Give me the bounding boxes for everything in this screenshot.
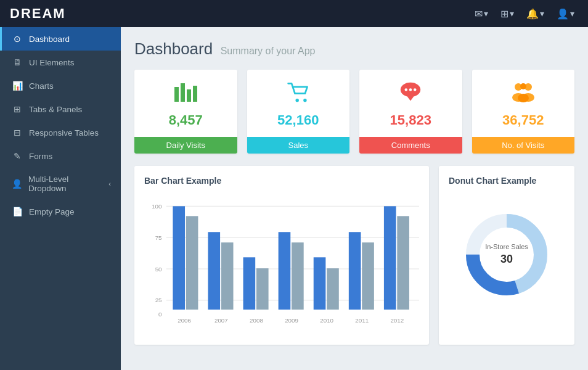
stat-card-sales: 52,160 Sales	[247, 70, 350, 154]
navbar: DREAM ✉▾ ⊞▾ 🔔▾ 👤▾	[0, 0, 588, 27]
comments-value: 15,823	[390, 112, 431, 128]
brand-logo: DREAM	[10, 6, 66, 22]
people-icon	[510, 81, 537, 109]
sidebar-item-tabs-panels[interactable]: ⊞ Tabs & Panels	[0, 97, 121, 121]
svg-point-5	[303, 99, 306, 102]
svg-point-4	[295, 99, 298, 102]
charts-row: Bar Chart Example 100 75 50 25 0	[134, 166, 574, 345]
svg-text:2006: 2006	[178, 317, 191, 324]
messages-btn[interactable]: ✉▾	[471, 6, 492, 22]
svg-rect-35	[349, 232, 361, 310]
bell-btn[interactable]: 🔔▾	[523, 6, 548, 22]
dashboard-icon: ⊙	[12, 34, 23, 44]
svg-rect-34	[327, 268, 339, 310]
stat-cards: 8,457 Daily Visits 52,160 Sales	[134, 70, 574, 154]
svg-text:2011: 2011	[355, 317, 369, 324]
svg-text:0: 0	[158, 311, 162, 318]
sidebar-item-ui-elements[interactable]: 🖥 UI Elements	[0, 51, 121, 74]
svg-text:25: 25	[155, 297, 162, 303]
donut-area: In-Store Sales 30	[449, 193, 565, 316]
svg-rect-33	[314, 257, 326, 310]
donut-label-value: 30	[485, 252, 528, 267]
collapse-arrow-icon: ‹	[108, 180, 111, 187]
grid-icon: ⊞	[500, 8, 508, 20]
svg-text:100: 100	[152, 203, 162, 210]
svg-point-14	[520, 83, 526, 89]
svg-rect-37	[384, 206, 396, 310]
svg-rect-3	[193, 86, 197, 102]
bar-chart-svg: 100 75 50 25 0	[144, 193, 419, 335]
bar-chart-area: 100 75 50 25 0	[144, 193, 419, 335]
stat-card-no-of-visits: 36,752 No. of Visits	[472, 70, 575, 154]
daily-visits-label: Daily Visits	[134, 137, 237, 154]
sidebar-item-forms[interactable]: ✎ Forms	[0, 144, 121, 168]
svg-rect-36	[362, 242, 374, 310]
user-icon: 👤	[557, 8, 569, 20]
tabs-icon: ⊞	[12, 104, 23, 114]
navbar-icons: ✉▾ ⊞▾ 🔔▾ 👤▾	[471, 6, 578, 22]
svg-text:50: 50	[155, 266, 162, 273]
svg-point-15	[518, 94, 529, 102]
bar-chart-card: Bar Chart Example 100 75 50 25 0	[134, 166, 429, 345]
donut-chart-title: Donut Chart Example	[449, 176, 565, 186]
page-title: Dashboard	[134, 39, 213, 58]
daily-visits-value: 8,457	[169, 112, 203, 128]
svg-text:2007: 2007	[214, 317, 228, 324]
svg-text:2009: 2009	[285, 317, 298, 324]
donut-label-text: In-Store Sales	[485, 242, 528, 252]
user-btn[interactable]: 👤▾	[553, 6, 578, 22]
bell-icon: 🔔	[526, 8, 539, 20]
no-of-visits-label: No. of Visits	[472, 137, 575, 154]
donut-label: In-Store Sales 30	[485, 242, 528, 268]
svg-point-9	[414, 88, 417, 91]
svg-rect-0	[174, 87, 179, 102]
grid-btn[interactable]: ⊞▾	[497, 6, 518, 22]
bar-chart-title: Bar Chart Example	[144, 176, 419, 186]
svg-point-7	[405, 88, 408, 91]
comment-icon	[398, 81, 423, 109]
svg-rect-31	[279, 232, 291, 310]
monitor-icon: 🖥	[12, 57, 23, 67]
svg-rect-25	[173, 206, 185, 310]
page-subtitle: Summary of your App	[221, 46, 316, 56]
stat-card-comments: 15,823 Comments	[359, 70, 462, 154]
sidebar: ⊙ Dashboard 🖥 UI Elements 📊 Charts ⊞ Tab…	[0, 27, 121, 370]
multilevel-icon: 👤	[12, 179, 22, 189]
forms-icon: ✎	[12, 151, 23, 161]
stat-card-daily-visits: 8,457 Daily Visits	[134, 70, 237, 154]
page-header: Dashboard Summary of your App	[134, 39, 574, 59]
svg-text:2012: 2012	[390, 317, 404, 324]
svg-text:2010: 2010	[320, 317, 333, 324]
bar-chart-icon	[173, 81, 198, 109]
main-layout: ⊙ Dashboard 🖥 UI Elements 📊 Charts ⊞ Tab…	[0, 27, 588, 370]
svg-rect-38	[397, 216, 409, 310]
table-icon: ⊟	[12, 128, 23, 138]
svg-rect-26	[186, 216, 198, 310]
page-icon: 📄	[12, 207, 23, 216]
main-content: Dashboard Summary of your App 8,457	[121, 27, 588, 370]
no-of-visits-value: 36,752	[502, 112, 544, 128]
donut-container: In-Store Sales 30	[457, 205, 556, 304]
chart-icon: 📊	[12, 81, 23, 91]
stat-card-body: 36,752	[472, 70, 575, 137]
svg-rect-28	[221, 242, 234, 310]
donut-chart-card: Donut Chart Example In	[439, 166, 574, 345]
svg-point-8	[409, 88, 412, 91]
svg-text:75: 75	[155, 234, 162, 241]
sidebar-item-dashboard[interactable]: ⊙ Dashboard	[0, 27, 121, 51]
svg-rect-27	[208, 232, 220, 310]
svg-rect-32	[292, 242, 304, 310]
comments-label: Comments	[359, 137, 462, 154]
stat-card-body: 52,160	[247, 70, 350, 137]
sidebar-item-responsive-tables[interactable]: ⊟ Responsive Tables	[0, 121, 121, 144]
cart-icon	[286, 81, 311, 109]
stat-card-body: 8,457	[134, 70, 237, 137]
svg-rect-1	[181, 83, 185, 102]
sidebar-item-empty-page[interactable]: 📄 Empty Page	[0, 200, 121, 223]
stat-card-body: 15,823	[359, 70, 462, 137]
sidebar-item-multi-level[interactable]: 👤 Multi-Level Dropdown ‹	[0, 168, 121, 200]
svg-rect-2	[187, 89, 191, 102]
sales-label: Sales	[247, 137, 350, 154]
svg-text:2008: 2008	[250, 317, 263, 324]
sidebar-item-charts[interactable]: 📊 Charts	[0, 74, 121, 97]
